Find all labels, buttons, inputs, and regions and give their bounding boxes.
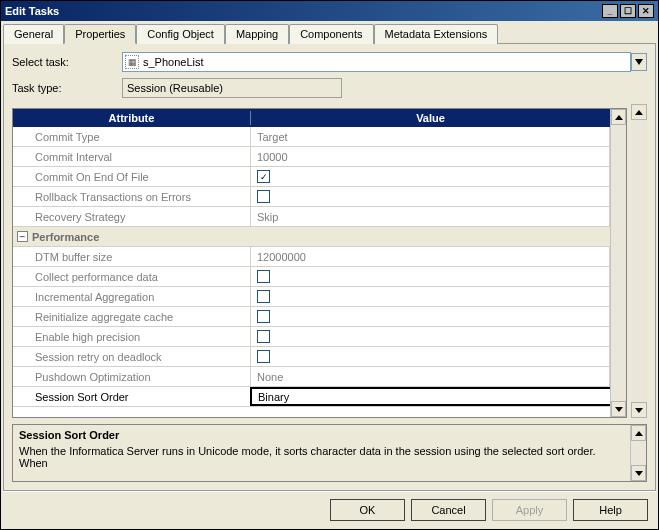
description-box: Session Sort Order When the Informatica …	[12, 424, 647, 482]
checkbox[interactable]	[257, 290, 270, 303]
scroll-down-icon[interactable]	[631, 402, 647, 418]
table-row[interactable]: Enable high precision	[13, 327, 610, 347]
checkbox[interactable]	[257, 330, 270, 343]
select-task-dropdown-button[interactable]	[631, 53, 647, 71]
dialog-content: General Properties Config Object Mapping…	[1, 21, 658, 529]
table-row[interactable]: Commit Interval10000	[13, 147, 610, 167]
tab-mapping[interactable]: Mapping	[225, 24, 289, 44]
header-attribute: Attribute	[13, 111, 251, 125]
task-type-value: Session (Reusable)	[122, 78, 342, 98]
tab-strip: General Properties Config Object Mapping…	[3, 24, 656, 44]
tab-metadata-extensions[interactable]: Metadata Extensions	[374, 24, 499, 44]
task-type-row: Task type: Session (Reusable)	[12, 78, 647, 98]
scroll-down-icon[interactable]	[631, 465, 646, 481]
attribute-cell: Rollback Transactions on Errors	[13, 187, 251, 206]
select-task-label: Select task:	[12, 56, 122, 68]
value-cell[interactable]: Target	[251, 127, 610, 146]
task-type-label: Task type:	[12, 82, 122, 94]
attribute-cell: Session Sort Order	[13, 387, 251, 406]
checkbox[interactable]	[257, 310, 270, 323]
properties-panel: Select task: ▦ s_PhoneList Task type: Se…	[3, 43, 656, 491]
value-cell[interactable]	[251, 187, 610, 206]
attribute-cell: Incremental Aggregation	[13, 287, 251, 306]
attribute-cell: DTM buffer size	[13, 247, 251, 266]
checkbox[interactable]	[257, 350, 270, 363]
table-row[interactable]: Session Sort OrderBinary	[13, 387, 610, 407]
window-title: Edit Tasks	[5, 5, 600, 17]
description-body: When the Informatica Server runs in Unic…	[19, 445, 624, 469]
tab-components[interactable]: Components	[289, 24, 373, 44]
table-row[interactable]: Commit TypeTarget	[13, 127, 610, 147]
ok-button[interactable]: OK	[330, 499, 405, 521]
window-controls: _ ☐ ✕	[600, 4, 654, 18]
session-icon: ▦	[125, 55, 139, 69]
table-row[interactable]: Incremental Aggregation	[13, 287, 610, 307]
help-button[interactable]: Help	[573, 499, 648, 521]
attribute-cell: Commit Type	[13, 127, 251, 146]
checkbox[interactable]	[257, 190, 270, 203]
checkbox[interactable]	[257, 270, 270, 283]
attribute-cell: Reinitialize aggregate cache	[13, 307, 251, 326]
tab-config-object[interactable]: Config Object	[136, 24, 225, 44]
value-cell[interactable]	[251, 327, 610, 346]
description-scrollbar[interactable]	[630, 425, 646, 481]
grid-scrollbar[interactable]	[610, 109, 626, 417]
attribute-cell: Enable high precision	[13, 327, 251, 346]
attribute-cell: Collect performance data	[13, 267, 251, 286]
value-cell[interactable]: Binary	[250, 387, 610, 406]
scroll-up-icon[interactable]	[631, 104, 647, 120]
value-cell[interactable]: None	[251, 367, 610, 386]
section-label: Performance	[32, 231, 99, 243]
titlebar: Edit Tasks _ ☐ ✕	[1, 1, 658, 21]
value-cell[interactable]: 12000000	[251, 247, 610, 266]
attribute-cell: Commit Interval	[13, 147, 251, 166]
select-task-dropdown[interactable]: ▦ s_PhoneList	[122, 52, 631, 72]
value-cell[interactable]	[251, 267, 610, 286]
panel-scrollbar[interactable]	[631, 104, 647, 418]
chevron-down-icon	[635, 59, 643, 65]
scroll-up-icon[interactable]	[611, 109, 626, 125]
value-cell[interactable]: Skip	[251, 207, 610, 226]
cancel-button[interactable]: Cancel	[411, 499, 486, 521]
minimize-button[interactable]: _	[602, 4, 618, 18]
close-button[interactable]: ✕	[638, 4, 654, 18]
table-row[interactable]: Session retry on deadlock	[13, 347, 610, 367]
table-row[interactable]: Rollback Transactions on Errors	[13, 187, 610, 207]
value-cell[interactable]	[251, 167, 610, 186]
collapse-icon[interactable]: −	[17, 231, 28, 242]
value-cell[interactable]	[251, 307, 610, 326]
select-task-row: Select task: ▦ s_PhoneList	[12, 52, 647, 72]
edit-tasks-window: Edit Tasks _ ☐ ✕ General Properties Conf…	[0, 0, 659, 530]
description-title: Session Sort Order	[19, 429, 624, 441]
attribute-cell: Recovery Strategy	[13, 207, 251, 226]
button-bar: OK Cancel Apply Help	[3, 491, 656, 527]
value-cell[interactable]: 10000	[251, 147, 610, 166]
section-performance[interactable]: −Performance	[13, 227, 610, 247]
attribute-cell: Pushdown Optimization	[13, 367, 251, 386]
maximize-button[interactable]: ☐	[620, 4, 636, 18]
tab-general[interactable]: General	[3, 24, 64, 44]
scroll-up-icon[interactable]	[631, 425, 646, 441]
select-task-value: s_PhoneList	[143, 56, 628, 68]
header-value: Value	[251, 111, 610, 125]
table-row[interactable]: Recovery StrategySkip	[13, 207, 610, 227]
table-row[interactable]: Pushdown OptimizationNone	[13, 367, 610, 387]
table-row[interactable]: Collect performance data	[13, 267, 610, 287]
table-row[interactable]: Commit On End Of File	[13, 167, 610, 187]
attribute-cell: Session retry on deadlock	[13, 347, 251, 366]
attribute-grid: Attribute Value Commit TypeTargetCommit …	[12, 108, 627, 418]
attribute-cell: Commit On End Of File	[13, 167, 251, 186]
checkbox[interactable]	[257, 170, 270, 183]
apply-button[interactable]: Apply	[492, 499, 567, 521]
value-cell[interactable]	[251, 287, 610, 306]
tab-properties[interactable]: Properties	[64, 24, 136, 44]
table-row[interactable]: Reinitialize aggregate cache	[13, 307, 610, 327]
table-row[interactable]: DTM buffer size12000000	[13, 247, 610, 267]
value-cell[interactable]	[251, 347, 610, 366]
scroll-down-icon[interactable]	[611, 401, 626, 417]
grid-header: Attribute Value	[13, 109, 610, 127]
